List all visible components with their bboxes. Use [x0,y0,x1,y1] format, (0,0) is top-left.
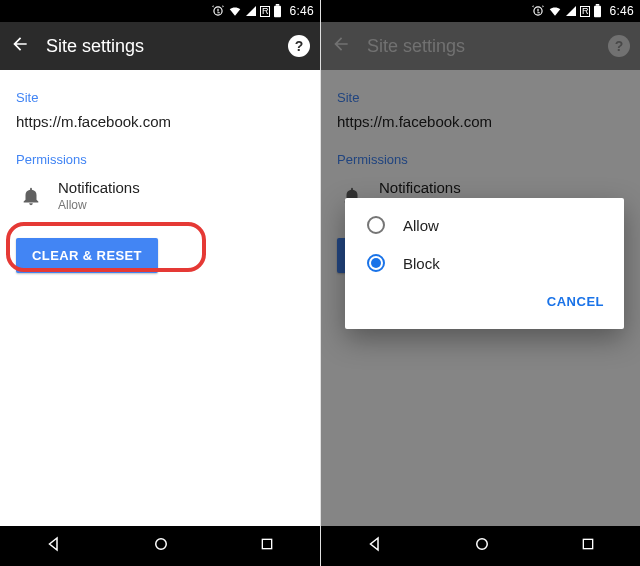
radio-allow-label: Allow [403,217,439,234]
content: Site https://m.facebook.com Permissions … [0,70,320,526]
signal-icon [245,5,257,17]
battery-icon [273,4,282,18]
radio-block-label: Block [403,255,440,272]
svg-rect-0 [274,6,281,17]
network-r-icon: R [580,6,591,17]
cancel-button[interactable]: CANCEL [543,288,608,315]
svg-point-2 [156,539,167,550]
svg-rect-7 [583,539,592,548]
screen-site-settings: R 6:46 Site settings ? Site https://m.fa… [0,0,320,566]
signal-icon [565,5,577,17]
help-icon[interactable]: ? [288,35,310,57]
back-icon[interactable] [10,34,30,58]
site-url: https://m.facebook.com [16,113,304,130]
alarm-icon [531,4,545,18]
permission-notifications-row[interactable]: Notifications Allow [16,173,304,218]
appbar: Site settings ? [0,22,320,70]
svg-rect-3 [263,539,272,548]
network-r-icon: R [260,6,271,17]
statusbar: R 6:46 [0,0,320,22]
navbar [0,526,320,566]
svg-rect-1 [276,4,280,6]
statusbar-time: 6:46 [609,4,634,18]
nav-home-icon[interactable] [152,535,170,557]
alarm-icon [211,4,225,18]
navbar [321,526,640,566]
statusbar: R 6:46 [321,0,640,22]
appbar-title: Site settings [46,36,272,57]
radio-allow[interactable]: Allow [345,206,624,244]
svg-rect-4 [594,6,601,17]
nav-recent-icon[interactable] [259,536,275,556]
wifi-icon [228,4,242,18]
nav-recent-icon[interactable] [580,536,596,556]
permission-dialog: Allow Block CANCEL [345,198,624,329]
nav-back-icon[interactable] [366,535,384,557]
nav-back-icon[interactable] [45,535,63,557]
permission-title: Notifications [58,179,140,196]
svg-rect-5 [596,4,600,6]
radio-icon [367,254,385,272]
screen-site-settings-dialog: R 6:46 Site settings ? Site https://m.fa… [320,0,640,566]
radio-icon [367,216,385,234]
clear-reset-button[interactable]: CLEAR & RESET [16,238,158,273]
section-permissions-label: Permissions [16,152,304,167]
permission-subtitle: Allow [58,198,140,212]
svg-point-6 [476,539,487,550]
wifi-icon [548,4,562,18]
radio-block[interactable]: Block [345,244,624,282]
nav-home-icon[interactable] [473,535,491,557]
section-site-label: Site [16,90,304,105]
bell-icon [20,185,42,207]
battery-icon [593,4,602,18]
statusbar-time: 6:46 [289,4,314,18]
